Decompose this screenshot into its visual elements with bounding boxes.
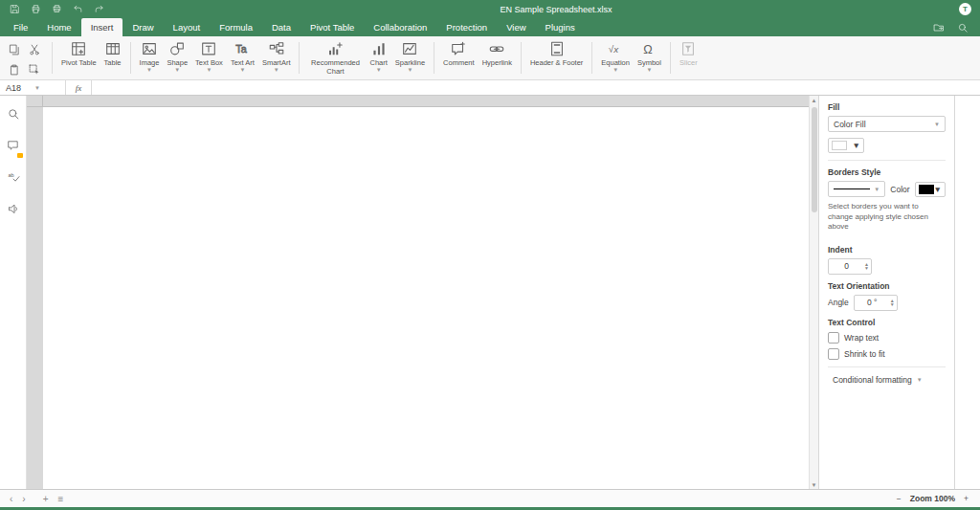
toolbar-button-comment[interactable]: Comment [439,38,479,70]
wrap-text-checkbox[interactable] [828,332,839,344]
chevron-down-icon: ▼ [853,141,860,150]
print-icon[interactable] [31,4,41,14]
svg-text:Ta: Ta [236,43,247,55]
toolbar-group [0,36,49,79]
ribbon-tab-data[interactable]: Data [262,18,301,36]
toolbar-button-smartart[interactable]: SmartArt▼ [258,38,295,76]
chevron-down-icon: ▼ [34,85,40,91]
open-location-icon[interactable] [933,22,945,33]
toolbar-button-header-footer[interactable]: Header & Footer [526,38,587,70]
document-title: EN Sample Spreadsheet.xlsx [153,5,959,14]
symbol-icon: Ω [640,40,657,57]
fill-type-value: Color Fill [834,120,866,129]
select-icon[interactable] [26,61,43,78]
prev-sheet-icon[interactable]: ‹ [10,494,12,504]
add-sheet-icon[interactable]: + [43,494,49,504]
save-icon[interactable] [10,4,20,14]
indent-value: 0 [829,261,864,271]
cut-icon[interactable] [26,41,43,58]
zoom-level[interactable]: Zoom 100% [910,494,955,503]
indent-label: Indent [828,245,946,255]
ribbon-tab-home[interactable]: Home [37,18,80,36]
toolbar-button-label: Hyperlink [482,59,512,68]
toolbar-button-symbol[interactable]: ΩSymbol▼ [634,38,665,76]
text-control-section-title: Text Control [828,318,946,327]
quick-print-icon[interactable] [52,4,62,14]
undo-icon[interactable] [73,4,83,14]
border-color-swatch [919,185,934,194]
toolbar-button-hyperlink[interactable]: Hyperlink [479,38,516,70]
toolbar-group: Slicer [674,36,703,79]
toolbar-button-chart[interactable]: Chart▼ [366,38,390,76]
chevron-down-icon: ▼ [934,122,940,127]
left-sidebar-search-icon[interactable] [7,107,20,124]
ribbon-tab-plugins[interactable]: Plugins [536,18,585,36]
copy-icon[interactable] [6,41,23,58]
select-all-corner[interactable] [27,96,43,107]
vertical-scrollbar[interactable]: ▲ ▼ [809,96,818,490]
toolbar-group: Recommended ChartChart▼Sparkline▼ [302,36,431,79]
conditional-formatting-button[interactable]: Conditional formatting ▼ [828,375,946,385]
toolbar-group: Header & Footer [524,36,589,79]
scrollbar-thumb[interactable] [812,107,817,212]
border-style-select[interactable]: ▼ [828,181,885,197]
toolbar-button-equation[interactable]: √xEquation▼ [597,38,634,76]
toolbar-button-pivot-table[interactable]: Pivot Table [57,38,100,70]
toolbar-button-label: Slicer [679,59,698,68]
toolbar-button-shape[interactable]: Shape▼ [163,38,191,76]
ribbon-tab-view[interactable]: View [497,18,535,36]
toolbar-button-text-box[interactable]: Text Box▼ [191,38,227,76]
border-color-select[interactable]: ▼ [915,182,946,197]
toolbar-button-slicer: Slicer [676,38,702,70]
search-icon[interactable] [957,22,969,33]
ribbon-tab-collaboration[interactable]: Collaboration [364,18,436,36]
left-sidebar-comments-icon[interactable] [7,139,20,156]
avatar[interactable]: T [959,3,971,15]
name-box[interactable]: A18 ▼ [0,80,66,95]
fx-icon[interactable]: fx [66,80,92,95]
toolbar-button-image[interactable]: Image▼ [136,38,164,76]
feedback-icon [7,202,20,215]
titlebar-quick-actions [0,4,153,14]
formula-input[interactable] [92,80,980,95]
shrink-to-fit-option[interactable]: Shrink to fit [828,348,946,360]
ribbon-tab-draw[interactable]: Draw [122,18,163,36]
ribbon-tab-pivot-table[interactable]: Pivot Table [301,18,364,36]
zoom-in-icon[interactable]: + [964,494,969,503]
angle-stepper[interactable]: 0 ° ▲▼ [854,295,898,311]
svg-text:Ω: Ω [644,43,653,56]
stepper-arrows-icon[interactable]: ▲▼ [890,299,897,307]
ribbon-tab-layout[interactable]: Layout [164,18,211,36]
indent-stepper[interactable]: 0 ▲▼ [828,258,872,275]
next-sheet-icon[interactable]: › [22,494,25,504]
fill-type-select[interactable]: Color Fill ▼ [828,116,946,132]
scroll-up-arrow-icon[interactable]: ▲ [810,96,818,105]
toolbar-group: Image▼Shape▼Text Box▼TaText Art▼SmartArt… [134,36,297,79]
grid-body[interactable] [43,107,809,490]
toolbar-button-sparkline[interactable]: Sparkline▼ [391,38,429,76]
redo-icon[interactable] [94,4,104,14]
left-sidebar-spellcheck-icon[interactable]: ab [7,170,20,188]
left-sidebar-feedback-icon[interactable] [7,202,20,219]
toolbar-button-table[interactable]: Table [100,38,125,70]
zoom-out-icon[interactable]: − [897,494,902,503]
sheet-list-icon[interactable]: ≡ [58,494,64,504]
ribbon-tab-file[interactable]: File [4,18,37,36]
ribbon-tab-insert[interactable]: Insert [81,18,123,36]
paste-icon[interactable] [6,61,23,78]
orientation-section-title: Text Orientation [828,281,946,291]
equation-icon: √x [607,40,624,57]
ribbon-tab-protection[interactable]: Protection [436,18,497,36]
shape-icon [168,40,186,57]
zoom-controls: − Zoom 100% + [885,490,980,507]
stepper-arrows-icon[interactable]: ▲▼ [864,262,871,271]
ribbon-tab-formula[interactable]: Formula [210,18,262,36]
fill-color-select[interactable]: ▼ [828,138,864,153]
spreadsheet-grid[interactable] [27,96,809,490]
comments-icon [7,139,20,152]
shrink-to-fit-checkbox[interactable] [828,348,839,360]
toolbar-button-recommended-chart[interactable]: Recommended Chart [304,38,366,78]
toolbar-button-text-art[interactable]: TaText Art▼ [227,38,258,76]
wrap-text-option[interactable]: Wrap text [828,332,946,344]
toolbar-button-label: Comment [443,59,475,68]
